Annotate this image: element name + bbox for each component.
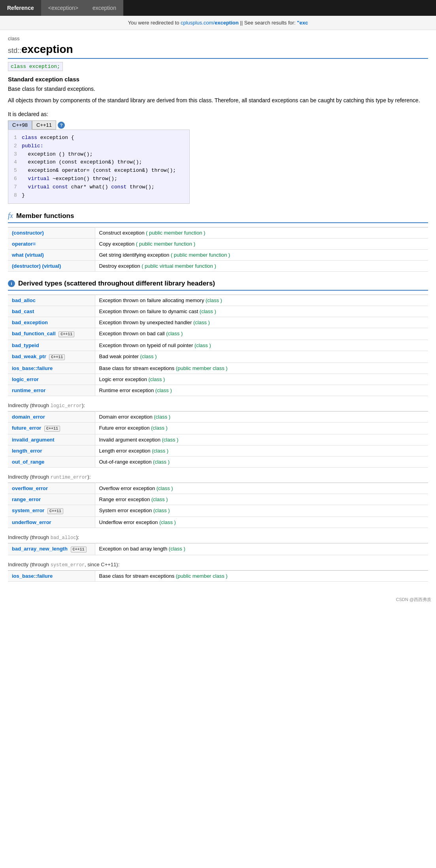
member-operator-link[interactable]: operator= [12,241,36,247]
member-operator-type: ( public member function ) [136,241,195,247]
bad-weak-ptr-name[interactable]: bad_weak_ptr C++11 [8,351,95,363]
member-destructor-link[interactable]: (destructor) (virtual) [12,263,61,269]
overflow-error-name[interactable]: overflow_error [8,483,95,494]
cpp11-tab[interactable]: C++11 [32,120,56,130]
nav-tab-exception[interactable]: exception [85,0,123,16]
member-functions-section-header: fx Member functions [8,212,428,223]
logic-error-name[interactable]: logic_error [8,374,95,385]
table-row: (destructor) (virtual) Destroy exception… [8,261,428,272]
out-of-range-name[interactable]: out_of_range [8,457,95,468]
member-functions-title: Member functions [16,212,74,220]
table-row: what (virtual) Get string identifying ex… [8,250,428,261]
derived-types-title: Derived types (scattered throughout diff… [18,280,215,287]
member-functions-table: (constructor) Construct exception ( publ… [8,227,428,272]
bad-alloc-name[interactable]: bad_alloc [8,295,95,306]
member-what-link[interactable]: what (virtual) [12,252,44,258]
future-error-name[interactable]: future_error C++11 [8,423,95,434]
std-version-tabs: C++98 C++11 [8,120,56,130]
indirectly-logic-error-code: logic_error [51,403,82,409]
bad-typeid-name[interactable]: bad_typeid [8,340,95,351]
credit-text: CSDN @西西弗质 [396,597,431,602]
nav-tab-exception-label: exception [92,5,116,11]
code-line-1: 1 class exception { [14,134,184,142]
member-operator-name[interactable]: operator= [8,239,95,250]
bad-function-call-name[interactable]: bad_function_call C++11 [8,328,95,340]
table-row: logic_error Logic error exception (class… [8,374,428,385]
system-error-name[interactable]: system_error C++11 [8,505,95,517]
system-error-derived-table: ios_base::failure Base class for stream … [8,570,428,582]
ios-base-failure2-desc: Base class for stream exceptions (public… [95,571,428,582]
line-num-7: 7 [14,183,22,192]
code-text-2: public: [22,142,43,150]
table-row: future_error C++11 Future error exceptio… [8,423,428,434]
future-error-desc: Future error exception (class ) [95,423,428,434]
class-decl: class exception; [8,62,63,71]
nav-bar: Reference <exception> exception [0,0,436,16]
out-of-range-desc: Out-of-range exception (class ) [95,457,428,468]
fx-icon: fx [8,212,13,220]
bad-array-new-length-desc: Exception on bad array length (class ) [95,543,428,555]
range-error-desc: Range error exception (class ) [95,494,428,505]
bad-array-new-length-name[interactable]: bad_array_new_length C++11 [8,543,95,555]
domain-error-name[interactable]: domain_error [8,411,95,423]
bad-cast-name[interactable]: bad_cast [8,306,95,317]
table-row: bad_function_call C++11 Exception thrown… [8,328,428,340]
code-text-4: exception (const exception&) throw(); [22,158,142,167]
table-row: invalid_argument Invalid argument except… [8,434,428,445]
cpp98-tab[interactable]: C++98 [8,120,32,130]
nav-tab-exception-header[interactable]: <exception> [41,0,85,16]
code-line-5: 5 exception& operator= (const exception&… [14,167,184,175]
table-row: bad_array_new_length C++11 Exception on … [8,543,428,555]
member-destructor-name[interactable]: (destructor) (virtual) [8,261,95,272]
code-text-1: class exception { [22,134,74,142]
member-constructor-name[interactable]: (constructor) [8,227,95,239]
cpp11-badge: C++11 [59,331,74,337]
redirect-link[interactable]: cplusplus.com/exception [181,20,239,26]
bottom-credit: CSDN @西西弗质 [0,594,436,606]
cpp11-badge: C++11 [49,354,65,360]
bad-function-call-desc: Exception thrown on bad call (class ) [95,328,428,340]
help-icon[interactable]: ? [58,122,65,129]
member-destructor-desc: Destroy exception ( public virtual membe… [95,261,428,272]
indirectly-runtime-error-code: runtime_error [51,475,88,480]
range-error-name[interactable]: range_error [8,494,95,505]
nav-tab-reference[interactable]: Reference [0,0,41,16]
table-row: bad_typeid Exception thrown on typeid of… [8,340,428,351]
line-num-3: 3 [14,150,22,159]
bad-exception-name[interactable]: bad_exception [8,317,95,328]
bad-alloc-derived-table: bad_array_new_length C++11 Exception on … [8,543,428,555]
code-line-8: 8 } [14,192,184,200]
nav-tab-reference-label: Reference [7,5,34,11]
code-line-2: 2 public: [14,142,184,150]
main-content: class std::exception class exception; St… [0,30,436,594]
class-namespace: std:: [8,47,21,54]
table-row: ios_base::failure Base class for stream … [8,571,428,582]
code-text-8: } [22,192,25,200]
underflow-error-name[interactable]: underflow_error [8,517,95,528]
member-constructor-link[interactable]: (constructor) [12,230,44,236]
redirect-text-middle: || See search results for: "exc [240,20,308,26]
code-line-7: 7 virtual const char* what() const throw… [14,183,184,192]
underflow-error-desc: Underflow error exception (class ) [95,517,428,528]
logic-error-desc: Logic error exception (class ) [95,374,428,385]
indirectly-bad-alloc-label: Indirectly (through bad_alloc): [8,534,428,541]
declared-label: It is declared as: [8,111,428,117]
member-operator-desc: Copy exception ( public member function … [95,239,428,250]
code-block: 1 class exception { 2 public: 3 exceptio… [8,130,190,204]
ios-base-failure-name[interactable]: ios_base::failure [8,363,95,374]
line-num-6: 6 [14,175,22,183]
member-what-desc: Get string identifying exception ( publi… [95,250,428,261]
runtime-error-name[interactable]: runtime_error [8,385,95,396]
invalid-argument-name[interactable]: invalid_argument [8,434,95,445]
length-error-name[interactable]: length_error [8,445,95,457]
table-row: range_error Range error exception (class… [8,494,428,505]
member-what-name[interactable]: what (virtual) [8,250,95,261]
cpp11-badge: C++11 [44,426,60,432]
table-row: domain_error Domain error exception (cla… [8,411,428,423]
description1: Base class for standard exceptions. [8,85,428,93]
class-name: exception [21,43,73,55]
table-row: out_of_range Out-of-range exception (cla… [8,457,428,468]
member-destructor-type: ( public virtual member function ) [142,263,216,269]
ios-base-failure2-name[interactable]: ios_base::failure [8,571,95,582]
invalid-argument-desc: Invalid argument exception (class ) [95,434,428,445]
